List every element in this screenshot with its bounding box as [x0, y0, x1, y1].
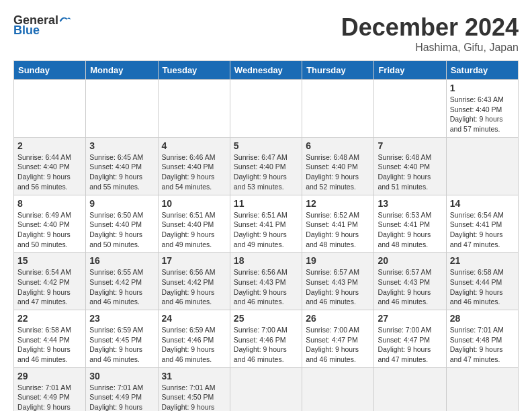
- calendar-cell: 3Sunrise: 6:45 AMSunset: 4:40 PMDaylight…: [86, 137, 158, 195]
- day-info: Sunrise: 6:55 AMSunset: 4:42 PMDaylight:…: [89, 267, 154, 307]
- calendar-cell: 16Sunrise: 6:55 AMSunset: 4:42 PMDayligh…: [86, 253, 158, 310]
- day-number: 4: [162, 140, 226, 151]
- location-subtitle: Hashima, Gifu, Japan: [341, 42, 519, 54]
- day-info: Sunrise: 6:50 AMSunset: 4:40 PMDaylight:…: [89, 210, 154, 250]
- calendar-week-row: 1Sunrise: 6:43 AMSunset: 4:40 PMDaylight…: [14, 80, 519, 138]
- day-info: Sunrise: 7:01 AMSunset: 4:50 PMDaylight:…: [162, 383, 226, 411]
- calendar-cell: 9Sunrise: 6:50 AMSunset: 4:40 PMDaylight…: [86, 195, 158, 253]
- day-number: 30: [89, 371, 154, 381]
- calendar-cell: 29Sunrise: 7:01 AMSunset: 4:49 PMDayligh…: [14, 367, 86, 411]
- page-header: General Blue December 2024 Hashima, Gifu…: [13, 13, 519, 54]
- day-info: Sunrise: 6:46 AMSunset: 4:40 PMDaylight:…: [162, 152, 226, 192]
- calendar-header-wednesday: Wednesday: [230, 61, 302, 80]
- calendar-cell: 22Sunrise: 6:58 AMSunset: 4:44 PMDayligh…: [14, 310, 86, 368]
- day-info: Sunrise: 6:52 AMSunset: 4:41 PMDaylight:…: [306, 210, 370, 250]
- calendar-cell: 28Sunrise: 7:01 AMSunset: 4:48 PMDayligh…: [446, 310, 518, 368]
- calendar-cell: 2Sunrise: 6:44 AMSunset: 4:40 PMDaylight…: [14, 137, 86, 195]
- day-info: Sunrise: 6:54 AMSunset: 4:41 PMDaylight:…: [450, 210, 515, 250]
- calendar-cell: 19Sunrise: 6:57 AMSunset: 4:43 PMDayligh…: [302, 253, 374, 310]
- calendar-cell: 25Sunrise: 7:00 AMSunset: 4:46 PMDayligh…: [230, 310, 302, 368]
- calendar-cell: 10Sunrise: 6:51 AMSunset: 4:40 PMDayligh…: [158, 195, 230, 253]
- calendar-cell: 27Sunrise: 7:00 AMSunset: 4:47 PMDayligh…: [374, 310, 446, 368]
- day-number: 8: [17, 198, 82, 209]
- calendar-cell: 20Sunrise: 6:57 AMSunset: 4:43 PMDayligh…: [374, 253, 446, 310]
- day-info: Sunrise: 6:51 AMSunset: 4:41 PMDaylight:…: [234, 210, 298, 250]
- calendar-cell: 8Sunrise: 6:49 AMSunset: 4:40 PMDaylight…: [14, 195, 86, 253]
- logo-icon: [58, 14, 72, 28]
- day-info: Sunrise: 7:01 AMSunset: 4:49 PMDaylight:…: [17, 383, 82, 411]
- day-info: Sunrise: 6:56 AMSunset: 4:42 PMDaylight:…: [162, 267, 226, 307]
- day-number: 21: [450, 255, 515, 266]
- day-info: Sunrise: 6:49 AMSunset: 4:40 PMDaylight:…: [17, 210, 82, 250]
- day-number: 25: [234, 313, 298, 324]
- day-info: Sunrise: 6:51 AMSunset: 4:40 PMDaylight:…: [162, 210, 226, 250]
- logo: General Blue: [13, 13, 72, 38]
- calendar-week-row: 2Sunrise: 6:44 AMSunset: 4:40 PMDaylight…: [14, 137, 519, 195]
- month-title: December 2024: [341, 13, 519, 42]
- day-info: Sunrise: 6:44 AMSunset: 4:40 PMDaylight:…: [17, 152, 82, 192]
- title-area: December 2024 Hashima, Gifu, Japan: [341, 13, 519, 54]
- calendar-cell: [158, 80, 230, 138]
- calendar-cell: [14, 80, 86, 138]
- calendar-week-row: 29Sunrise: 7:01 AMSunset: 4:49 PMDayligh…: [14, 367, 519, 411]
- calendar-cell: 17Sunrise: 6:56 AMSunset: 4:42 PMDayligh…: [158, 253, 230, 310]
- day-number: 1: [450, 83, 515, 93]
- day-info: Sunrise: 6:47 AMSunset: 4:40 PMDaylight:…: [234, 152, 298, 192]
- day-number: 5: [234, 140, 298, 151]
- day-number: 12: [306, 198, 370, 209]
- day-number: 20: [378, 255, 442, 266]
- day-number: 27: [378, 313, 442, 324]
- calendar-cell: 31Sunrise: 7:01 AMSunset: 4:50 PMDayligh…: [158, 367, 230, 411]
- day-info: Sunrise: 6:57 AMSunset: 4:43 PMDaylight:…: [378, 267, 442, 307]
- calendar-header-monday: Monday: [86, 61, 158, 80]
- day-info: Sunrise: 7:00 AMSunset: 4:46 PMDaylight:…: [234, 325, 298, 365]
- day-info: Sunrise: 6:48 AMSunset: 4:40 PMDaylight:…: [306, 152, 370, 192]
- calendar-cell: [302, 80, 374, 138]
- calendar-cell: 12Sunrise: 6:52 AMSunset: 4:41 PMDayligh…: [302, 195, 374, 253]
- calendar-header-saturday: Saturday: [446, 61, 518, 80]
- calendar-header-row: SundayMondayTuesdayWednesdayThursdayFrid…: [14, 61, 519, 80]
- day-number: 15: [17, 255, 82, 266]
- day-number: 26: [306, 313, 370, 324]
- day-info: Sunrise: 6:56 AMSunset: 4:43 PMDaylight:…: [234, 267, 298, 307]
- calendar-cell: [446, 367, 518, 411]
- calendar-header-tuesday: Tuesday: [158, 61, 230, 80]
- calendar-cell: 23Sunrise: 6:59 AMSunset: 4:45 PMDayligh…: [86, 310, 158, 368]
- calendar-cell: 7Sunrise: 6:48 AMSunset: 4:40 PMDaylight…: [374, 137, 446, 195]
- calendar-week-row: 8Sunrise: 6:49 AMSunset: 4:40 PMDaylight…: [14, 195, 519, 253]
- day-number: 2: [17, 140, 82, 151]
- day-number: 3: [89, 140, 154, 151]
- calendar-cell: 26Sunrise: 7:00 AMSunset: 4:47 PMDayligh…: [302, 310, 374, 368]
- day-info: Sunrise: 7:01 AMSunset: 4:48 PMDaylight:…: [450, 325, 515, 365]
- calendar-table: SundayMondayTuesdayWednesdayThursdayFrid…: [13, 60, 519, 411]
- calendar-cell: 18Sunrise: 6:56 AMSunset: 4:43 PMDayligh…: [230, 253, 302, 310]
- day-number: 17: [162, 255, 226, 266]
- day-number: 24: [162, 313, 226, 324]
- day-info: Sunrise: 6:58 AMSunset: 4:44 PMDaylight:…: [17, 325, 82, 365]
- day-number: 16: [89, 255, 154, 266]
- calendar-cell: 6Sunrise: 6:48 AMSunset: 4:40 PMDaylight…: [302, 137, 374, 195]
- calendar-cell: 11Sunrise: 6:51 AMSunset: 4:41 PMDayligh…: [230, 195, 302, 253]
- day-number: 29: [17, 371, 82, 381]
- day-number: 7: [378, 140, 442, 151]
- calendar-cell: 24Sunrise: 6:59 AMSunset: 4:46 PMDayligh…: [158, 310, 230, 368]
- calendar-cell: 13Sunrise: 6:53 AMSunset: 4:41 PMDayligh…: [374, 195, 446, 253]
- day-number: 22: [17, 313, 82, 324]
- day-info: Sunrise: 7:00 AMSunset: 4:47 PMDaylight:…: [378, 325, 442, 365]
- day-info: Sunrise: 6:58 AMSunset: 4:44 PMDaylight:…: [450, 267, 515, 307]
- calendar-cell: 4Sunrise: 6:46 AMSunset: 4:40 PMDaylight…: [158, 137, 230, 195]
- day-number: 28: [450, 313, 515, 324]
- day-number: 11: [234, 198, 298, 209]
- calendar-cell: [374, 80, 446, 138]
- day-number: 10: [162, 198, 226, 209]
- calendar-week-row: 22Sunrise: 6:58 AMSunset: 4:44 PMDayligh…: [14, 310, 519, 368]
- calendar-cell: 5Sunrise: 6:47 AMSunset: 4:40 PMDaylight…: [230, 137, 302, 195]
- calendar-cell: 21Sunrise: 6:58 AMSunset: 4:44 PMDayligh…: [446, 253, 518, 310]
- day-info: Sunrise: 7:01 AMSunset: 4:49 PMDaylight:…: [89, 383, 154, 411]
- calendar-header-sunday: Sunday: [14, 61, 86, 80]
- logo-blue-text: Blue: [13, 24, 40, 38]
- day-info: Sunrise: 6:45 AMSunset: 4:40 PMDaylight:…: [89, 152, 154, 192]
- day-number: 6: [306, 140, 370, 151]
- calendar-cell: [446, 137, 518, 195]
- calendar-cell: 30Sunrise: 7:01 AMSunset: 4:49 PMDayligh…: [86, 367, 158, 411]
